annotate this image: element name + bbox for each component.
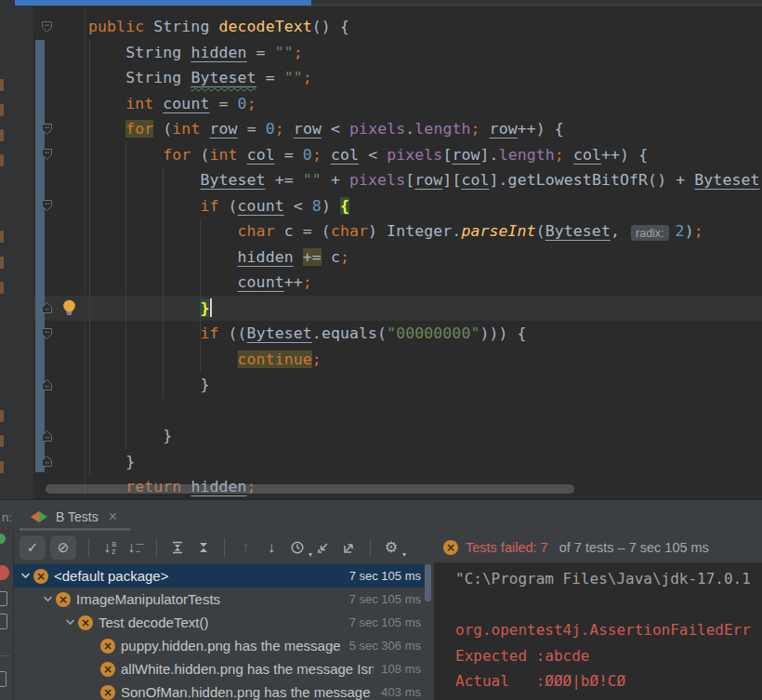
- stop-icon[interactable]: [0, 565, 9, 580]
- tab-close-icon[interactable]: ×: [109, 510, 117, 523]
- test-tree-row[interactable]: ×ImageManipulatorTests7 sec 105 ms: [14, 588, 425, 611]
- test-tree-row[interactable]: ×Test decodeText()7 sec 105 ms: [14, 611, 425, 634]
- pin-icon[interactable]: [0, 671, 7, 687]
- toolbar-separator: [224, 538, 225, 557]
- code-line[interactable]: char c = (char) Integer.parseInt(Byteset…: [88, 218, 762, 244]
- toolbar-separator: [370, 538, 371, 557]
- fold-marker-icon[interactable]: [40, 455, 54, 471]
- test-duration: 108 ms: [381, 662, 425, 676]
- fold-marker-icon[interactable]: [40, 148, 54, 165]
- test-tree-options-icon[interactable]: [0, 591, 7, 606]
- cropped-code-fragment: [0, 129, 4, 141]
- statistics-icon[interactable]: [0, 614, 7, 629]
- test-failed-icon: ×: [56, 592, 71, 607]
- test-name-label: SonOfMan.hidden.png has the message S: [121, 684, 374, 700]
- console-line: Actual :ØØØ|bØ!CØ: [455, 668, 762, 694]
- show-passed-button[interactable]: ✓: [20, 535, 46, 560]
- test-failed-icon: ×: [78, 615, 93, 630]
- fold-marker-icon[interactable]: [40, 301, 54, 318]
- code-line[interactable]: for (int col = 0; col < pixels[row].leng…: [88, 142, 762, 168]
- test-run-configuration-icon: [31, 511, 47, 522]
- fold-marker-icon[interactable]: [40, 199, 54, 216]
- cropped-code-fragment: [0, 282, 4, 294]
- test-tree-row[interactable]: ×<default package>7 sec 105 ms: [14, 564, 425, 588]
- code-line[interactable]: [88, 398, 762, 424]
- export-test-results-button[interactable]: [338, 535, 361, 560]
- code-area[interactable]: public String decodeText() { String hidd…: [88, 14, 762, 499]
- cropped-code-fragment: [0, 79, 4, 91]
- test-console-output[interactable]: "C:\Program Files\Java\jdk-17.0.1org.ope…: [434, 562, 762, 700]
- test-duration: 5 sec 306 ms: [349, 639, 425, 653]
- test-name-label: ImageManipulatorTests: [76, 591, 342, 607]
- toolbar-separator: [156, 538, 157, 557]
- fold-marker-icon[interactable]: [40, 327, 54, 344]
- stripe-separator: [0, 655, 10, 656]
- code-line[interactable]: hidden += c;: [88, 244, 762, 271]
- cropped-code-fragment: [0, 257, 4, 269]
- previous-failed-test-button[interactable]: ↑: [234, 535, 256, 560]
- chevron-down-icon[interactable]: [61, 619, 78, 626]
- cropped-code-fragment: [0, 104, 4, 116]
- code-line[interactable]: continue;: [88, 347, 762, 373]
- code-line[interactable]: }: [88, 449, 762, 475]
- ide-window: public String decodeText() { String hidd…: [0, 0, 762, 700]
- fold-marker-icon[interactable]: [40, 123, 54, 139]
- code-line[interactable]: }: [88, 296, 762, 322]
- run-tool-window: n: B Tests × ✓⊘↓az↓—–↑↓▾⚙▾ × Tests faile…: [0, 499, 762, 700]
- next-failed-test-button[interactable]: ↓: [260, 535, 282, 560]
- fold-marker-icon[interactable]: [40, 20, 54, 37]
- expand-all-button[interactable]: [166, 535, 189, 560]
- editor-top-strip: [0, 0, 762, 7]
- sort-alphabetically-button[interactable]: ↓az: [99, 535, 121, 560]
- test-failed-icon: ×: [100, 639, 115, 654]
- fold-marker-icon[interactable]: [40, 378, 54, 395]
- code-line[interactable]: if (count < 8) {: [88, 193, 762, 219]
- show-ignored-button[interactable]: ⊘: [50, 535, 76, 560]
- test-history-button[interactable]: ▾: [286, 535, 309, 560]
- code-line[interactable]: String Byteset = "";: [88, 65, 762, 91]
- test-name-label: <default package>: [54, 568, 342, 584]
- test-tree-row[interactable]: ×allWhite.hidden.png has the message Isn…: [14, 657, 425, 680]
- console-line: org.opentest4j.AssertionFailedErr: [455, 617, 762, 643]
- code-line[interactable]: }: [88, 372, 762, 398]
- intention-bulb-icon[interactable]: [61, 298, 77, 322]
- code-editor[interactable]: public String decodeText() { String hidd…: [33, 7, 762, 499]
- test-runner-toolbar: ✓⊘↓az↓—–↑↓▾⚙▾: [20, 532, 404, 562]
- test-duration: 7 sec 105 ms: [349, 592, 425, 606]
- status-summary-text: of 7 tests – 7 sec 105 ms: [559, 540, 709, 555]
- chevron-down-icon[interactable]: [17, 573, 33, 579]
- collapse-all-button[interactable]: [192, 535, 215, 560]
- sort-by-duration-button[interactable]: ↓—–: [125, 535, 147, 560]
- import-test-results-button[interactable]: [312, 535, 335, 560]
- status-failed-text: Tests failed: 7: [466, 540, 548, 555]
- test-failed-icon: ×: [100, 685, 115, 700]
- vcs-change-stripe: [35, 40, 45, 472]
- code-line[interactable]: Byteset += "" + pixels[row][col].getLowe…: [88, 167, 762, 193]
- test-name-label: puppy.hidden.png has the message .: [121, 638, 342, 654]
- fold-marker-icon[interactable]: [40, 429, 54, 446]
- console-line: Expected :abcde: [455, 643, 762, 669]
- code-line[interactable]: if ((Byteset.equals("00000000"))) {: [88, 321, 762, 347]
- cropped-left-panel: [0, 7, 34, 499]
- test-tree-row[interactable]: ×SonOfMan.hidden.png has the message S40…: [14, 680, 425, 700]
- code-line[interactable]: String hidden = "";: [88, 40, 762, 66]
- test-duration: 403 ms: [381, 685, 425, 699]
- active-tab-indicator: [15, 0, 311, 6]
- cropped-code-fragment: [0, 435, 4, 447]
- chevron-down-icon[interactable]: [39, 596, 56, 602]
- code-line[interactable]: }: [88, 423, 762, 449]
- rerun-icon[interactable]: [0, 534, 6, 544]
- cropped-code-fragment: [0, 231, 4, 243]
- test-settings-button[interactable]: ⚙▾: [380, 535, 402, 560]
- run-label: n:: [2, 510, 12, 524]
- test-failed-icon: ×: [33, 569, 48, 584]
- code-line[interactable]: for (int row = 0; row < pixels.length; r…: [88, 116, 762, 142]
- tree-scrollbar[interactable]: [425, 564, 431, 601]
- tests-failed-icon: ×: [443, 540, 458, 555]
- editor-horizontal-scrollbar[interactable]: [46, 484, 574, 494]
- code-line[interactable]: public String decodeText() {: [88, 14, 762, 40]
- test-tree-row[interactable]: ×puppy.hidden.png has the message .5 sec…: [14, 634, 425, 657]
- code-line[interactable]: count++;: [88, 270, 762, 296]
- tab-b-tests[interactable]: B Tests ×: [31, 506, 117, 528]
- code-line[interactable]: int count = 0;: [88, 91, 762, 117]
